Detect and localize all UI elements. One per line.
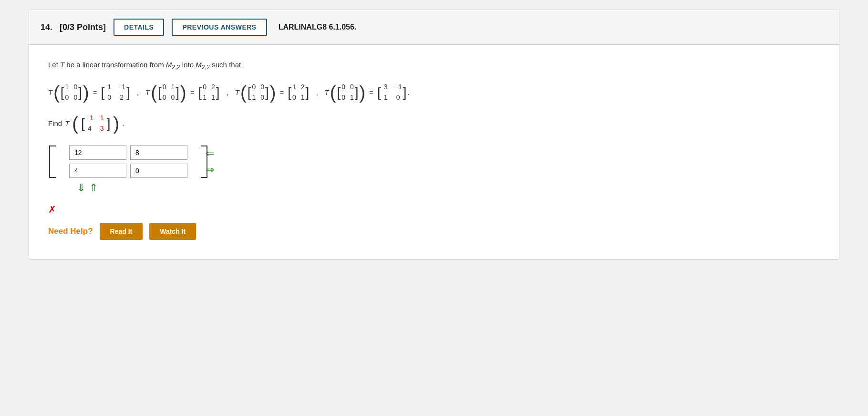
question-header: 14. [0/3 Points] DETAILS PREVIOUS ANSWER… [29, 10, 839, 45]
transform-4: T ( [ 00 01 ] ) = [ 3−1 10 [325, 82, 410, 103]
question-code: LARLINALG8 6.1.056. [279, 23, 357, 31]
transform-2: T ( [ 01 00 ] ) = [ 02 11 [145, 82, 220, 103]
answer-grid [69, 146, 187, 178]
question-body: Let T be a linear transformation from M2… [29, 45, 839, 259]
answer-matrix [58, 146, 199, 178]
bracket-right [201, 146, 207, 178]
q-num: 14. [41, 22, 52, 32]
transform-3: T ( [ 00 10 ] ) = [ 12 01 [235, 82, 310, 103]
question-number: 14. [0/3 Points] [41, 22, 106, 32]
answer-r1c1[interactable] [69, 146, 126, 160]
find-row: Find T ( [ −11 43 ] ) . [48, 113, 820, 134]
answer-r2c1[interactable] [69, 164, 126, 178]
q-points: [0/3 Points] [60, 22, 106, 32]
previous-answers-button[interactable]: PREVIOUS ANSWERS [172, 19, 267, 36]
watch-it-button[interactable]: Watch It [149, 223, 196, 240]
answer-wrapper: ⇐ ⇒ [58, 146, 820, 178]
need-help-label: Need Help? [48, 227, 93, 236]
answer-r1c2[interactable] [130, 146, 187, 160]
find-label: Find [48, 119, 62, 127]
transformations-display: T ( [ 10 00 ] ) = [ 1−1 02 [48, 82, 820, 103]
arrow-down-icon[interactable]: ⇓ [77, 182, 85, 194]
answer-r2c2[interactable] [130, 164, 187, 178]
read-it-button[interactable]: Read It [100, 223, 143, 240]
transform-1: T ( [ 10 00 ] ) = [ 1−1 02 [48, 82, 130, 103]
question-container: 14. [0/3 Points] DETAILS PREVIOUS ANSWER… [29, 10, 839, 260]
details-button[interactable]: DETAILS [114, 19, 164, 36]
incorrect-mark: ✗ [48, 204, 820, 215]
arrows-bottom: ⇓ ⇑ [77, 182, 820, 194]
find-T: T [65, 119, 69, 127]
problem-intro: Let T be a linear transformation from M2… [48, 59, 820, 72]
bracket-left [49, 146, 56, 178]
arrow-up-icon[interactable]: ⇑ [89, 182, 98, 194]
need-help-section: Need Help? Read It Watch It [48, 223, 820, 240]
